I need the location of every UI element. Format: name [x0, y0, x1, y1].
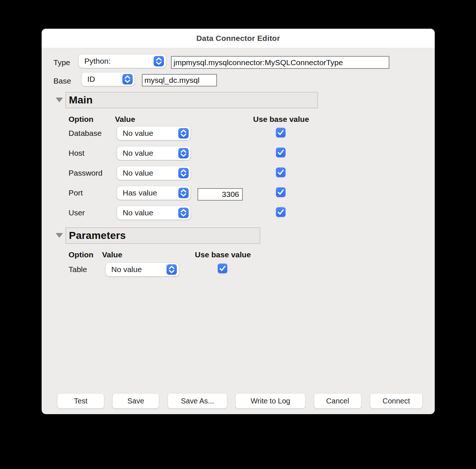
up-down-chevrons-icon [178, 168, 189, 178]
connect-button[interactable]: Connect [370, 393, 423, 409]
main-column-use-base: Use base value [247, 115, 315, 124]
parameters-column-use-base: Use base value [189, 250, 257, 259]
main-column-value: Value [115, 115, 135, 124]
checkmark-icon [276, 207, 286, 217]
parameters-column-value: Value [102, 250, 122, 259]
value-dropdown-port[interactable]: Has value [117, 186, 191, 200]
save-button[interactable]: Save [112, 393, 159, 409]
up-down-chevrons-icon [122, 74, 133, 84]
window-title: Data Connector Editor [196, 34, 280, 43]
port-value-field[interactable] [197, 188, 243, 201]
cancel-button[interactable]: Cancel [314, 393, 361, 409]
use-base-checkbox-user[interactable] [276, 207, 286, 217]
up-down-chevrons-icon [178, 148, 189, 158]
value-dropdown-host[interactable]: No value [117, 146, 191, 160]
main-column-option: Option [69, 115, 94, 124]
dropdown-value-label: No value [117, 129, 178, 138]
type-class-path-field[interactable] [171, 56, 389, 69]
up-down-chevrons-icon [167, 264, 177, 275]
write-to-log-button[interactable]: Write to Log [235, 393, 305, 409]
main-section-header[interactable]: Main [66, 92, 318, 108]
value-dropdown-user[interactable]: No value [117, 206, 191, 220]
use-base-checkbox-password[interactable] [276, 168, 286, 177]
up-down-chevrons-icon [178, 188, 189, 198]
base-label: Base [53, 77, 71, 85]
dropdown-value-label: No value [117, 149, 178, 158]
option-label-host: Host [69, 149, 84, 158]
checkmark-icon [276, 148, 286, 157]
main-section-title: Main [66, 94, 93, 106]
parameters-column-option: Option [69, 250, 94, 259]
up-down-chevrons-icon [154, 56, 164, 66]
test-button[interactable]: Test [57, 393, 104, 409]
window-titlebar[interactable]: Data Connector Editor [42, 29, 435, 48]
value-dropdown-password[interactable]: No value [117, 166, 191, 180]
value-dropdown-table[interactable]: No value [105, 262, 179, 276]
dropdown-value-label: No value [117, 169, 178, 177]
type-dropdown-value: Python: [79, 57, 154, 66]
dropdown-value-label: Has value [117, 188, 178, 197]
checkmark-icon [276, 128, 286, 137]
option-label-database: Database [69, 129, 102, 138]
save-as-button[interactable]: Save As... [168, 393, 227, 409]
type-dropdown[interactable]: Python: [78, 54, 166, 68]
option-label-port: Port [69, 188, 83, 197]
checkmark-icon [276, 168, 286, 177]
checkmark-icon [218, 264, 227, 273]
dropdown-value-label: No value [117, 208, 178, 217]
option-label-password: Password [69, 169, 102, 177]
base-id-field[interactable] [142, 74, 217, 87]
option-label-table: Table [69, 265, 87, 274]
dropdown-value-label: No value [106, 265, 167, 274]
checkmark-icon [276, 187, 286, 197]
main-disclosure-triangle-icon[interactable] [56, 98, 63, 102]
up-down-chevrons-icon [178, 128, 189, 138]
base-dropdown[interactable]: ID [81, 72, 135, 86]
use-base-checkbox-host[interactable] [276, 148, 286, 157]
base-dropdown-value: ID [82, 75, 122, 84]
use-base-checkbox-table[interactable] [218, 264, 227, 273]
parameters-disclosure-triangle-icon[interactable] [56, 233, 63, 238]
type-label: Type [53, 58, 70, 67]
option-label-user: User [69, 208, 85, 217]
use-base-checkbox-port[interactable] [276, 187, 286, 197]
parameters-section-header[interactable]: Parameters [66, 228, 260, 244]
value-dropdown-database[interactable]: No value [117, 126, 191, 140]
up-down-chevrons-icon [178, 208, 189, 218]
data-connector-editor-dialog: Data Connector Editor Type Python: Base … [42, 29, 435, 414]
parameters-section-title: Parameters [66, 230, 126, 241]
use-base-checkbox-database[interactable] [276, 128, 286, 137]
